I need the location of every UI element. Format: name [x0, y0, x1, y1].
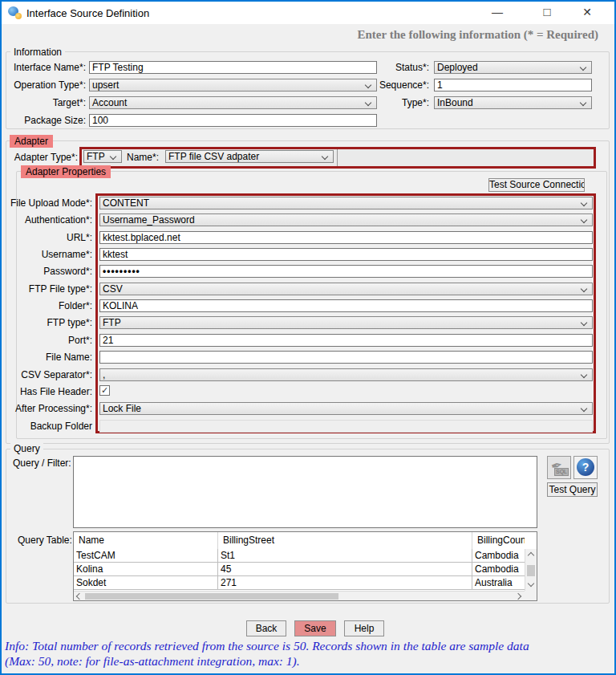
interface-name-value: FTP Testing	[92, 62, 144, 73]
information-legend: Information	[10, 47, 65, 58]
adapter-row-divider	[337, 149, 338, 166]
url-input[interactable]: kktest.bplaced.net	[99, 231, 593, 244]
table-cell[interactable]: St1	[218, 549, 472, 563]
interface-name-input[interactable]: FTP Testing	[89, 61, 377, 74]
username-label: Username*:	[8, 249, 92, 261]
folder-input[interactable]: KOLINA	[99, 299, 593, 312]
adapter-name-label: Name*:	[127, 152, 162, 164]
password-value: •••••••••	[103, 266, 140, 277]
sql-editor-button[interactable]: ✒ SQL	[547, 456, 571, 479]
adapter-type-select[interactable]: FTP	[83, 150, 122, 163]
password-input[interactable]: •••••••••	[99, 265, 593, 278]
adapter-type-value: FTP	[87, 151, 105, 162]
app-icon	[8, 6, 22, 19]
ftp-file-type-select[interactable]: CSV	[99, 283, 593, 295]
scroll-right-icon[interactable]	[515, 593, 521, 600]
query-table-label: Query Table:	[18, 535, 74, 547]
interface-name-label: Interface Name*:	[8, 62, 86, 74]
minimize-button[interactable]: —	[480, 2, 515, 24]
ftp-type-select[interactable]: FTP	[99, 316, 593, 329]
table-cell[interactable]: Australia	[472, 576, 525, 590]
table-cell[interactable]: Sokdet	[74, 576, 218, 590]
chevron-down-icon	[110, 153, 116, 160]
title-bar[interactable]: Interface Source Definition — □ ✕	[2, 2, 614, 24]
table-cell[interactable]: Cambodia	[472, 563, 525, 576]
table-cell[interactable]: Kolina	[74, 563, 218, 576]
back-button[interactable]: Back	[246, 620, 286, 636]
operation-type-label: Operation Type*:	[8, 79, 86, 91]
info-message-line1: Info: Total number of records retrieved …	[5, 639, 529, 653]
table-cell[interactable]: Cambodia	[472, 549, 525, 563]
package-size-value: 100	[92, 115, 108, 126]
info-message-line2: (Max: 50, note: for file-as-attachment i…	[5, 654, 300, 669]
type-value: InBound	[437, 97, 473, 108]
url-value: kktest.bplaced.net	[103, 232, 180, 243]
username-input[interactable]: kktest	[99, 248, 593, 261]
adapter-name-select[interactable]: FTP file CSV adpater	[165, 150, 334, 163]
status-label: Status*:	[361, 62, 429, 74]
test-source-connection-button[interactable]: Test Source Connection	[488, 178, 585, 192]
chevron-down-icon	[581, 372, 587, 378]
after-processing-value: Lock File	[103, 403, 141, 414]
sql-tag-icon: SQL	[554, 468, 569, 476]
help-icon-button[interactable]: ?	[573, 456, 598, 479]
status-value: Deployed	[437, 62, 478, 73]
table-header-row: Name BillingStreet BillingCountr	[74, 532, 537, 550]
chevron-down-icon	[581, 200, 587, 206]
sequence-input[interactable]: 1	[434, 79, 592, 91]
type-select[interactable]: InBound	[434, 96, 592, 109]
chevron-down-icon	[580, 100, 586, 106]
authentication-value: Username_Password	[103, 214, 195, 226]
table-cell[interactable]: TestCAM	[74, 549, 218, 563]
table-cell[interactable]: 45	[218, 563, 472, 576]
backup-folder-input	[99, 420, 593, 433]
operation-type-value: upsert	[92, 79, 119, 91]
ftp-file-type-value: CSV	[103, 283, 123, 295]
query-filter-input[interactable]	[73, 456, 537, 528]
package-size-input[interactable]: 100	[89, 114, 377, 127]
file-name-label: File Name:	[8, 352, 92, 364]
port-input[interactable]: 21	[99, 334, 593, 347]
scroll-up-icon[interactable]	[528, 552, 534, 559]
query-table: Name BillingStreet BillingCountr TestCAM…	[73, 531, 537, 601]
help-button[interactable]: Help	[344, 620, 384, 636]
scroll-down-icon[interactable]	[528, 580, 534, 587]
horizontal-scrollbar[interactable]	[74, 591, 525, 600]
after-processing-select[interactable]: Lock File	[99, 402, 593, 415]
ftp-file-type-label: FTP File type*:	[8, 283, 92, 295]
operation-type-select[interactable]: upsert	[89, 79, 377, 91]
vertical-scrollbar[interactable]	[525, 549, 537, 591]
column-header-billingcountry[interactable]: BillingCountr	[472, 532, 525, 549]
authentication-select[interactable]: Username_Password	[99, 213, 593, 226]
test-query-button[interactable]: Test Query	[547, 482, 598, 497]
table-cell[interactable]: 271	[218, 576, 472, 590]
scroll-left-icon[interactable]	[76, 593, 83, 600]
target-select[interactable]: Account	[89, 96, 377, 109]
file-upload-mode-select[interactable]: CONTENT	[99, 197, 593, 209]
chevron-down-icon	[581, 217, 587, 223]
csv-separator-value: ,	[103, 369, 105, 380]
ftp-type-value: FTP	[103, 317, 121, 328]
adapter-name-value: FTP file CSV adpater	[168, 151, 259, 162]
close-button[interactable]: ✕	[569, 2, 605, 24]
question-mark-icon: ?	[577, 458, 594, 476]
ftp-type-label: FTP type*:	[8, 317, 92, 329]
checkmark-icon: ✓	[101, 385, 108, 395]
folder-label: Folder*:	[8, 300, 92, 312]
has-file-header-checkbox[interactable]: ✓	[99, 385, 110, 396]
vertical-scrollbar-thumb[interactable]	[527, 565, 535, 576]
chevron-down-icon	[581, 405, 587, 412]
scrollbar-corner	[525, 591, 537, 600]
target-label: Target*:	[8, 97, 86, 109]
file-upload-mode-label: File Upload Mode*:	[8, 197, 92, 209]
csv-separator-label: CSV Separator*:	[8, 369, 92, 381]
column-header-billingstreet[interactable]: BillingStreet	[218, 532, 472, 549]
file-name-input[interactable]	[99, 351, 593, 364]
column-header-name[interactable]: Name	[74, 532, 218, 549]
type-label: Type*:	[361, 97, 429, 109]
horizontal-scrollbar-thumb[interactable]	[85, 593, 338, 600]
status-select[interactable]: Deployed	[434, 61, 592, 74]
save-button[interactable]: Save	[294, 620, 336, 636]
csv-separator-select[interactable]: ,	[99, 368, 593, 381]
maximize-button[interactable]: □	[529, 2, 565, 24]
